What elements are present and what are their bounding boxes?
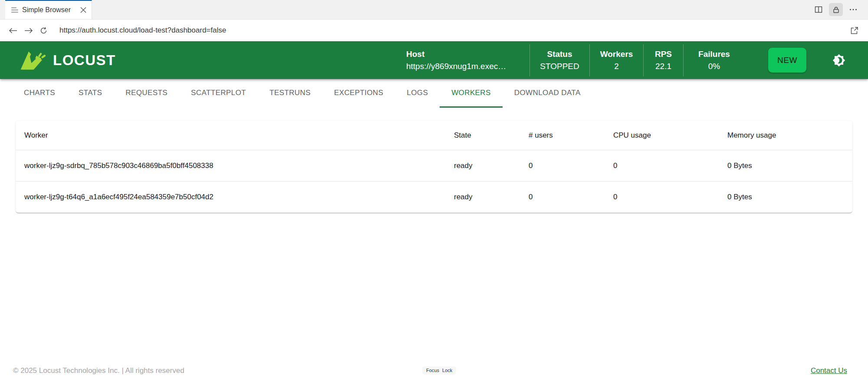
reload-icon[interactable] (40, 27, 47, 34)
stat-workers-label: Workers (600, 48, 633, 60)
locust-appbar: LOCUST Host https://y869xnug1m.exec… Sta… (0, 41, 868, 79)
stat-host-value: https://y869xnug1m.exec… (406, 60, 506, 73)
tab-download-data[interactable]: DOWNLOAD DATA (503, 79, 592, 108)
col-state: State (447, 131, 522, 140)
contact-us-link[interactable]: Contact Us (811, 366, 847, 375)
stat-workers: Workers 2 (589, 44, 643, 76)
stat-rps-label: RPS (655, 48, 672, 60)
table-header-row: Worker State # users CPU usage Memory us… (16, 121, 852, 150)
stat-failures: Failures 0% (683, 44, 745, 76)
simple-browser-icon (11, 7, 18, 13)
tab-stats[interactable]: STATS (67, 79, 114, 108)
stat-failures-label: Failures (698, 48, 730, 60)
workers-table: Worker State # users CPU usage Memory us… (16, 121, 852, 213)
col-users: # users (522, 131, 606, 140)
col-memory: Memory usage (720, 131, 852, 140)
locust-logo-icon (19, 49, 46, 72)
theme-toggle-icon[interactable] (832, 54, 845, 67)
locust-brand[interactable]: LOCUST (19, 49, 116, 72)
page-tabs: CHARTS STATS REQUESTS SCATTERPLOT TESTRU… (0, 79, 868, 108)
stat-rps-value: 22.1 (655, 60, 671, 73)
brand-name: LOCUST (53, 52, 116, 69)
col-worker: Worker (16, 131, 447, 140)
tab-requests[interactable]: REQUESTS (114, 79, 179, 108)
worker-cpu: 0 (606, 193, 720, 201)
stat-status-label: Status (547, 48, 572, 60)
stat-status: Status STOPPED (529, 44, 589, 76)
tab-exceptions[interactable]: EXCEPTIONS (322, 79, 395, 108)
col-cpu: CPU usage (606, 131, 720, 140)
tab-testruns[interactable]: TESTRUNS (258, 79, 322, 108)
split-editor-icon[interactable] (812, 3, 825, 16)
close-icon[interactable] (80, 7, 86, 13)
table-row: worker-ljz9g-sdrbq_785b578c903c46869ba5f… (16, 150, 852, 181)
lock-icon[interactable] (829, 3, 843, 16)
worker-users: 0 (522, 161, 606, 170)
worker-memory: 0 Bytes (720, 193, 852, 201)
url-input[interactable]: https://auth.locust.cloud/load-test?dash… (59, 26, 843, 35)
stat-host: Host https://y869xnug1m.exec… (403, 44, 529, 76)
forward-icon[interactable] (24, 27, 33, 34)
stat-rps: RPS 22.1 (643, 44, 683, 76)
worker-state: ready (447, 193, 522, 201)
stat-workers-value: 2 (614, 60, 619, 73)
stat-host-label: Host (406, 48, 424, 60)
copyright-text: © 2025 Locust Technologies Inc. | All ri… (13, 366, 184, 375)
tab-logs[interactable]: LOGS (395, 79, 440, 108)
tab-charts[interactable]: CHARTS (12, 79, 67, 108)
header-stats: Host https://y869xnug1m.exec… Status STO… (403, 44, 745, 76)
focus-lock-indicator: Focus Lock (422, 366, 456, 374)
tabstrip-actions (812, 0, 868, 19)
tab-scatterplot[interactable]: SCATTERPLOT (179, 79, 258, 108)
tab-simple-browser[interactable]: Simple Browser (5, 0, 92, 19)
browser-toolbar: https://auth.locust.cloud/load-test?dash… (0, 20, 868, 41)
more-icon[interactable] (846, 3, 860, 16)
worker-cpu: 0 (606, 161, 720, 170)
open-external-icon[interactable] (850, 26, 858, 35)
table-row: worker-ljz9g-t64q6_a1a6ecf495f24ea584359… (16, 181, 852, 213)
worker-state: ready (447, 161, 522, 170)
worker-id: worker-ljz9g-sdrbq_785b578c903c46869ba5f… (16, 161, 447, 170)
worker-memory: 0 Bytes (720, 161, 852, 170)
editor-tabstrip: Simple Browser (0, 0, 868, 20)
new-test-button[interactable]: NEW (768, 48, 806, 73)
workers-panel: Worker State # users CPU usage Memory us… (0, 108, 868, 213)
stat-failures-value: 0% (708, 60, 720, 73)
worker-users: 0 (522, 193, 606, 201)
stat-status-value: STOPPED (540, 60, 579, 73)
tab-workers[interactable]: WORKERS (440, 79, 503, 108)
back-icon[interactable] (9, 27, 17, 34)
tab-title: Simple Browser (22, 6, 76, 14)
worker-id: worker-ljz9g-t64q6_a1a6ecf495f24ea584359… (16, 193, 447, 201)
